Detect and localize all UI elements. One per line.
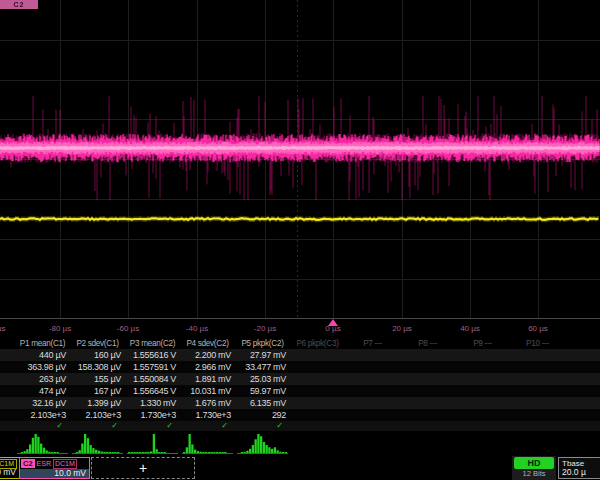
measure-value-cell: 33.477 mV — [235, 362, 290, 372]
measure-header-cell[interactable]: P3 mean(C2) — [125, 339, 180, 348]
measure-status-check: ✓ — [180, 421, 235, 431]
time-axis-label: -20 µs — [254, 324, 276, 333]
timebase-descriptor[interactable]: Tbase 20.0 µ — [558, 457, 600, 479]
time-axis-label: -80 µs — [49, 324, 71, 333]
measure-value-cell: 160 µV — [70, 350, 125, 360]
measure-value-cell: 25.03 mV — [235, 374, 290, 384]
measure-header-cell[interactable]: P8 --- — [400, 339, 455, 348]
table-row: 2.103e+32.103e+31.730e+31.730e+3292 — [0, 409, 600, 421]
table-row: 474 µV167 µV1.556645 V10.031 mV59.97 mV — [0, 385, 600, 397]
time-axis-label: 60 µs — [528, 324, 548, 333]
measure-value-cell: 6.135 mV — [235, 398, 290, 408]
measure-value-cell: 1.557591 V — [125, 362, 180, 372]
measure-status-check: ✓ — [70, 421, 125, 431]
table-row: 440 µV160 µV1.555616 V2.200 mV27.97 mV — [0, 349, 600, 361]
c2-coupling-label: DC1M — [53, 459, 77, 469]
histicon-histogram[interactable] — [125, 431, 180, 456]
table-row: ✓✓✓✓✓ — [0, 421, 600, 431]
measure-value-cell: 167 µV — [70, 386, 125, 396]
measure-header-cell[interactable]: P2 sdev(C1) — [70, 339, 125, 348]
measure-status-check: ✓ — [125, 421, 180, 431]
channel-c2-descriptor[interactable]: C2 ESR DC1M 10.0 mV — [19, 457, 90, 479]
measure-header-cell[interactable]: P7 --- — [345, 339, 400, 348]
c2-channel-label: C2 — [21, 459, 35, 468]
channel-c1-descriptor[interactable]: DC1M 0 mV — [0, 457, 20, 479]
table-row: 32.16 µV1.399 µV1.330 mV1.676 mV6.135 mV — [0, 397, 600, 409]
measure-value-cell: 440 µV — [15, 350, 70, 360]
c2-mode-label: ESR — [37, 459, 51, 468]
waveform-plot — [0, 0, 600, 318]
measure-header-cell[interactable]: P4 sdev(C2) — [180, 339, 235, 348]
measure-value-cell: 59.97 mV — [235, 386, 290, 396]
histicons-row — [0, 431, 600, 456]
measure-header-cell[interactable]: P6 pkpk(C3) — [290, 339, 345, 348]
time-axis-label: 40 µs — [460, 324, 480, 333]
measure-value-cell: 2.200 mV — [180, 350, 235, 360]
histicon-histogram[interactable] — [70, 431, 125, 456]
measure-value-cell: 10.031 mV — [180, 386, 235, 396]
hd-mode-panel[interactable]: HD 12 Bits — [512, 456, 556, 480]
table-row: P1 mean(C1)P2 sdev(C1)P3 mean(C2)P4 sdev… — [0, 337, 600, 349]
hd-bits-label: 12 Bits — [512, 469, 556, 479]
measure-value-cell: 155 µV — [70, 374, 125, 384]
measure-value-cell: 474 µV — [15, 386, 70, 396]
measure-value-cell: 1.399 µV — [70, 398, 125, 408]
time-axis[interactable]: -100 µs-80 µs-60 µs-40 µs-20 µs0 µs20 µs… — [0, 319, 600, 337]
measure-status-check: ✓ — [15, 421, 70, 431]
histicon-histogram[interactable] — [15, 431, 70, 456]
trace-badge: C2 — [0, 0, 38, 9]
measure-value-cell: 27.97 mV — [235, 350, 290, 360]
measure-header-cell[interactable]: P9 --- — [455, 339, 510, 348]
timebase-value: 20.0 µ — [562, 467, 586, 477]
measure-value-cell: 2.966 mV — [180, 362, 235, 372]
measure-header-cell[interactable]: P1 mean(C1) — [15, 339, 70, 348]
channel-bar: DC1M 0 mV C2 ESR DC1M 10.0 mV + HD 12 Bi… — [0, 456, 600, 480]
c2-scale-label: 10.0 mV — [54, 469, 86, 478]
measure-header-cell[interactable]: P5 pkpk(C2) — [235, 339, 290, 348]
measure-value-cell: 1.891 mV — [180, 374, 235, 384]
hd-badge: HD — [514, 457, 554, 469]
table-row: 263 µV155 µV1.550084 V1.891 mV25.03 mV — [0, 373, 600, 385]
measure-value-cell: 1.330 mV — [125, 398, 180, 408]
measure-value-cell: 1.555616 V — [125, 350, 180, 360]
measure-value-cell: 158.308 µV — [70, 362, 125, 372]
measurement-table: P1 mean(C1)P2 sdev(C1)P3 mean(C2)P4 sdev… — [0, 337, 600, 431]
measure-value-cell: 1.676 mV — [180, 398, 235, 408]
table-row: 363.98 µV158.308 µV1.557591 V2.966 mV33.… — [0, 361, 600, 373]
measure-status-check: ✓ — [235, 421, 290, 431]
measure-value-cell: 363.98 µV — [15, 362, 70, 372]
measure-value-cell: 2.103e+3 — [70, 410, 125, 420]
measure-value-cell: 32.16 µV — [15, 398, 70, 408]
measure-value-cell: 1.730e+3 — [125, 410, 180, 420]
c1-scale-label: 0 mV — [0, 467, 16, 477]
add-trace-button[interactable]: + — [91, 457, 195, 479]
measure-value-cell: 292 — [235, 410, 290, 420]
histicon-histogram[interactable] — [180, 431, 235, 456]
histicon-histogram[interactable] — [235, 431, 290, 456]
time-axis-label: -60 µs — [117, 324, 139, 333]
plus-icon: + — [92, 459, 194, 477]
time-axis-label: -100 µs — [0, 324, 5, 333]
measure-value-cell: 1.556645 V — [125, 386, 180, 396]
measure-value-cell: 1.730e+3 — [180, 410, 235, 420]
measure-value-cell: 1.550084 V — [125, 374, 180, 384]
time-axis-label: 0 µs — [325, 324, 340, 333]
waveform-graticule[interactable]: C2 — [0, 0, 600, 319]
measure-header-cell[interactable]: P10 --- — [510, 339, 565, 348]
c2-descriptor-bottom-row: 10.0 mV — [20, 469, 89, 478]
oscilloscope-screen: C2 -100 µs-80 µs-60 µs-40 µs-20 µs0 µs20… — [0, 0, 600, 480]
measure-value-cell: 263 µV — [15, 374, 70, 384]
time-axis-label: -40 µs — [186, 324, 208, 333]
measure-value-cell: 2.103e+3 — [15, 410, 70, 420]
time-axis-label: 20 µs — [392, 324, 412, 333]
